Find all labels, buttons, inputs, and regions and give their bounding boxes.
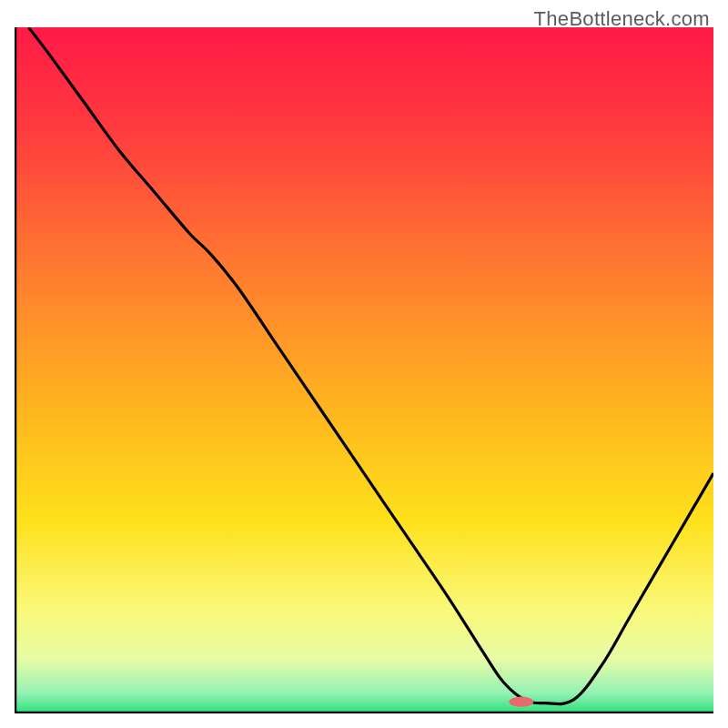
bottleneck-chart [15,27,713,713]
chart-background [15,27,713,713]
optimal-marker [509,697,533,707]
